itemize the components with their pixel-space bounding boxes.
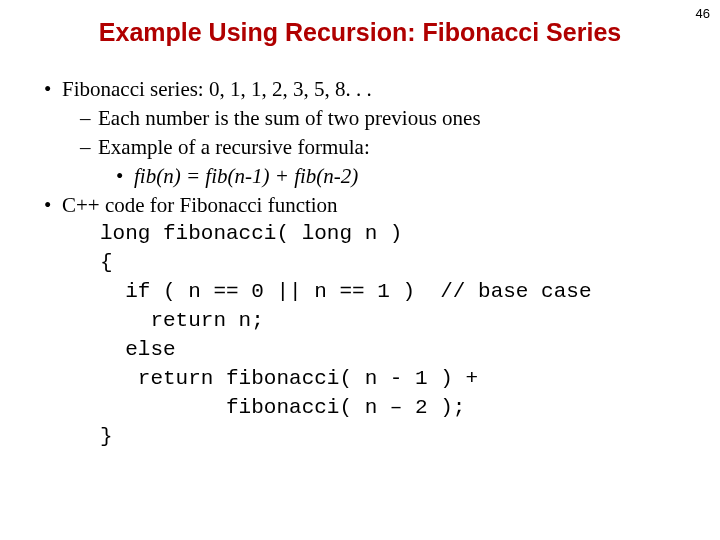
- slide-content: Fibonacci series: 0, 1, 1, 2, 3, 5, 8. .…: [0, 75, 720, 452]
- bullet-formula-intro: Example of a recursive formula: fib(n) =…: [98, 133, 680, 191]
- bullet-formula: fib(n) = fib(n-1) + fib(n-2): [134, 162, 680, 191]
- page-number: 46: [696, 6, 710, 21]
- bullet-sum-desc: Each number is the sum of two previous o…: [98, 104, 680, 133]
- bullet-text: Example of a recursive formula:: [98, 135, 370, 159]
- bullet-cpp-code: C++ code for Fibonacci function: [62, 191, 680, 220]
- slide-title: Example Using Recursion: Fibonacci Serie…: [0, 0, 720, 75]
- bullet-text: Fibonacci series: 0, 1, 1, 2, 3, 5, 8. .…: [62, 77, 372, 101]
- code-block: long fibonacci( long n ) { if ( n == 0 |…: [40, 220, 680, 452]
- formula-text: fib(n) = fib(n-1) + fib(n-2): [134, 164, 358, 188]
- bullet-text: Each number is the sum of two previous o…: [98, 106, 481, 130]
- bullet-text: C++ code for Fibonacci function: [62, 193, 338, 217]
- bullet-fib-series: Fibonacci series: 0, 1, 1, 2, 3, 5, 8. .…: [62, 75, 680, 191]
